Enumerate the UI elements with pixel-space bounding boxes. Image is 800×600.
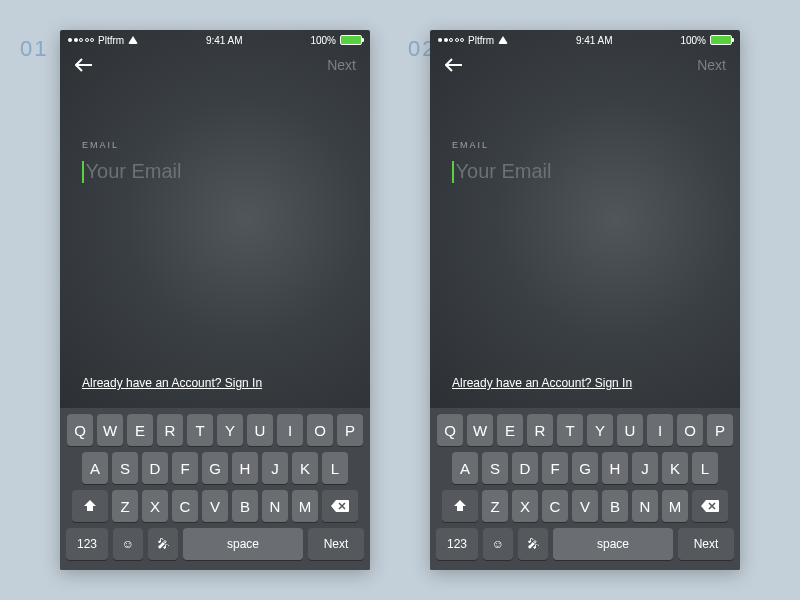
backspace-key[interactable] (322, 490, 358, 522)
key-d[interactable]: D (512, 452, 538, 484)
dictation-key[interactable]: 🎤︎ (518, 528, 548, 560)
email-label: EMAIL (82, 140, 348, 150)
key-b[interactable]: B (602, 490, 628, 522)
carrier-label: Pltfrm (468, 35, 494, 46)
key-c[interactable]: C (542, 490, 568, 522)
key-g[interactable]: G (572, 452, 598, 484)
keyboard: QWERTYUIOP ASDFGHJKL ZXCVBNM 123 ☺ 🎤︎ sp… (60, 408, 370, 570)
mic-icon: 🎤︎ (527, 537, 539, 551)
wifi-icon (128, 36, 138, 44)
key-g[interactable]: G (202, 452, 228, 484)
battery-icon (340, 35, 362, 45)
key-q[interactable]: Q (67, 414, 93, 446)
carrier-label: Pltfrm (98, 35, 124, 46)
key-j[interactable]: J (632, 452, 658, 484)
next-button[interactable]: Next (697, 57, 726, 73)
mic-icon: 🎤︎ (157, 537, 169, 551)
key-f[interactable]: F (542, 452, 568, 484)
email-field[interactable]: Your Email (452, 160, 718, 183)
key-z[interactable]: Z (482, 490, 508, 522)
email-field[interactable]: Your Email (82, 160, 348, 183)
key-x[interactable]: X (142, 490, 168, 522)
numbers-key[interactable]: 123 (66, 528, 108, 560)
key-k[interactable]: K (292, 452, 318, 484)
key-s[interactable]: S (112, 452, 138, 484)
key-d[interactable]: D (142, 452, 168, 484)
backspace-key[interactable] (692, 490, 728, 522)
phone-screen-2: Pltfrm 9:41 AM 100% Next EMAIL Your Emai… (430, 30, 740, 570)
space-key[interactable]: space (183, 528, 303, 560)
arrow-left-icon (75, 58, 93, 72)
key-j[interactable]: J (262, 452, 288, 484)
key-r[interactable]: R (157, 414, 183, 446)
screen-index-01: 01 (20, 36, 48, 62)
next-button[interactable]: Next (327, 57, 356, 73)
key-i[interactable]: I (647, 414, 673, 446)
dictation-key[interactable]: 🎤︎ (148, 528, 178, 560)
key-n[interactable]: N (262, 490, 288, 522)
status-bar: Pltfrm 9:41 AM 100% (60, 30, 370, 48)
key-w[interactable]: W (467, 414, 493, 446)
key-v[interactable]: V (572, 490, 598, 522)
key-s[interactable]: S (482, 452, 508, 484)
key-b[interactable]: B (232, 490, 258, 522)
space-key[interactable]: space (553, 528, 673, 560)
key-h[interactable]: H (232, 452, 258, 484)
key-m[interactable]: M (292, 490, 318, 522)
key-a[interactable]: A (452, 452, 478, 484)
key-n[interactable]: N (632, 490, 658, 522)
key-u[interactable]: U (617, 414, 643, 446)
key-w[interactable]: W (97, 414, 123, 446)
emoji-key[interactable]: ☺ (483, 528, 513, 560)
text-cursor-icon (82, 161, 84, 183)
key-v[interactable]: V (202, 490, 228, 522)
key-o[interactable]: O (677, 414, 703, 446)
numbers-key[interactable]: 123 (436, 528, 478, 560)
key-p[interactable]: P (337, 414, 363, 446)
key-q[interactable]: Q (437, 414, 463, 446)
phone-screen-1: Pltfrm 9:41 AM 100% Next EMAIL Your Emai… (60, 30, 370, 570)
key-t[interactable]: T (187, 414, 213, 446)
shift-key[interactable] (442, 490, 478, 522)
backspace-icon (331, 500, 349, 512)
key-z[interactable]: Z (112, 490, 138, 522)
backspace-icon (701, 500, 719, 512)
emoji-icon: ☺ (122, 537, 134, 551)
key-a[interactable]: A (82, 452, 108, 484)
key-p[interactable]: P (707, 414, 733, 446)
key-m[interactable]: M (662, 490, 688, 522)
key-l[interactable]: L (322, 452, 348, 484)
key-l[interactable]: L (692, 452, 718, 484)
key-i[interactable]: I (277, 414, 303, 446)
back-button[interactable] (444, 55, 464, 75)
key-e[interactable]: E (127, 414, 153, 446)
emoji-icon: ☺ (492, 537, 504, 551)
email-placeholder: Your Email (456, 160, 552, 183)
keyboard: QWERTYUIOP ASDFGHJKL ZXCVBNM 123 ☺ 🎤︎ sp… (430, 408, 740, 570)
key-k[interactable]: K (662, 452, 688, 484)
key-t[interactable]: T (557, 414, 583, 446)
key-u[interactable]: U (247, 414, 273, 446)
sign-in-link[interactable]: Already have an Account? Sign In (452, 376, 632, 390)
shift-icon (83, 499, 97, 513)
emoji-key[interactable]: ☺ (113, 528, 143, 560)
key-f[interactable]: F (172, 452, 198, 484)
key-e[interactable]: E (497, 414, 523, 446)
sign-in-link[interactable]: Already have an Account? Sign In (82, 376, 262, 390)
key-x[interactable]: X (512, 490, 538, 522)
battery-pct: 100% (310, 35, 336, 46)
back-button[interactable] (74, 55, 94, 75)
shift-key[interactable] (72, 490, 108, 522)
key-c[interactable]: C (172, 490, 198, 522)
battery-icon (710, 35, 732, 45)
email-label: EMAIL (452, 140, 718, 150)
signal-dots-icon (438, 38, 464, 42)
key-h[interactable]: H (602, 452, 628, 484)
key-y[interactable]: Y (587, 414, 613, 446)
return-key[interactable]: Next (308, 528, 364, 560)
return-key[interactable]: Next (678, 528, 734, 560)
shift-icon (453, 499, 467, 513)
key-o[interactable]: O (307, 414, 333, 446)
key-r[interactable]: R (527, 414, 553, 446)
key-y[interactable]: Y (217, 414, 243, 446)
